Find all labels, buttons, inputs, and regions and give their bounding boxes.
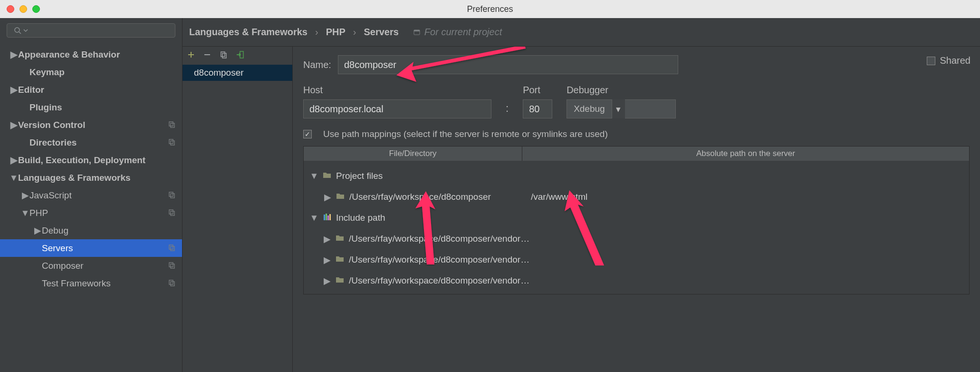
port-label: Port	[523, 85, 552, 96]
svg-rect-12	[169, 263, 173, 267]
sidebar-item-label: Build, Execution, Deployment	[18, 155, 145, 166]
svg-rect-7	[171, 194, 174, 198]
breadcrumb-part[interactable]: Servers	[364, 27, 398, 38]
svg-rect-22	[222, 53, 226, 58]
table-group-row[interactable]: ▼Project files	[307, 166, 969, 186]
sidebar-item-servers[interactable]: Servers	[0, 239, 182, 257]
breadcrumb: Languages & Frameworks › PHP › Servers F…	[183, 18, 980, 47]
sidebar-item-directories[interactable]: Directories	[0, 134, 182, 151]
chevron-right-icon: ▶	[324, 192, 331, 203]
port-field[interactable]	[523, 99, 552, 118]
svg-rect-9	[171, 211, 174, 215]
host-field[interactable]	[303, 99, 491, 118]
sidebar-item-label: Servers	[42, 243, 73, 254]
search-icon	[14, 27, 21, 34]
sidebar-item-appearance-behavior[interactable]: ▶Appearance & Behavior	[0, 46, 182, 63]
import-icon[interactable]	[236, 50, 244, 61]
sidebar-item-label: PHP	[29, 208, 48, 218]
col-abs[interactable]: Absolute path on the server	[522, 147, 969, 161]
close-window-button[interactable]	[7, 5, 14, 13]
table-row[interactable]: ▶/Users/rfay/workspace/d8composer/vendor…	[307, 249, 969, 270]
debugger-select[interactable]: Xdebug ▾	[567, 99, 676, 118]
sidebar-item-editor[interactable]: ▶Editor	[0, 81, 182, 98]
name-field[interactable]	[338, 55, 678, 74]
svg-rect-11	[171, 246, 174, 251]
chevron-down-icon: ▼	[310, 213, 318, 223]
folder-icon	[336, 234, 344, 244]
chevron-down-icon	[23, 28, 28, 33]
path-local: /Users/rfay/workspace/d8composer	[349, 192, 491, 202]
remove-icon[interactable]	[203, 50, 211, 61]
sidebar-item-composer[interactable]: Composer	[0, 257, 182, 274]
project-scope-icon	[168, 190, 175, 201]
copy-icon[interactable]	[220, 50, 227, 61]
window-title: Preferences	[467, 4, 513, 14]
search-input[interactable]	[7, 23, 175, 38]
svg-rect-27	[329, 214, 331, 220]
sidebar-item-javascript[interactable]: ▶JavaScript	[0, 186, 182, 204]
table-row[interactable]: ▶/Users/rfay/workspace/d8composer/vendor…	[307, 270, 969, 291]
project-scope-icon	[168, 137, 175, 148]
project-scope-icon	[168, 208, 175, 218]
sidebar-item-debug[interactable]: ▶Debug	[0, 222, 182, 239]
sidebar-item-version-control[interactable]: ▶Version Control	[0, 116, 182, 134]
svg-rect-15	[171, 282, 174, 286]
col-file[interactable]: File/Directory	[304, 147, 522, 161]
sidebar-item-label: Version Control	[18, 120, 85, 130]
zoom-window-button[interactable]	[32, 5, 40, 13]
group-label: Project files	[336, 171, 383, 181]
server-list-toolbar	[183, 47, 292, 65]
path-local: /Users/rfay/workspace/d8composer/vendor…	[349, 255, 529, 265]
folder-icon	[336, 255, 344, 265]
svg-rect-10	[169, 245, 173, 249]
chevron-right-icon: ›	[315, 27, 318, 38]
breadcrumb-part[interactable]: PHP	[326, 27, 346, 38]
svg-rect-13	[171, 264, 174, 268]
project-icon	[413, 29, 421, 36]
pathmap-checkbox[interactable]: ✓	[303, 130, 312, 138]
svg-rect-5	[171, 141, 174, 145]
sidebar-item-languages-frameworks[interactable]: ▼Languages & Frameworks	[0, 169, 182, 186]
chevron-right-icon: ▶	[10, 155, 18, 166]
pathmap-label: Use path mappings (select if the server …	[323, 129, 608, 139]
sidebar-item-build-execution-deployment[interactable]: ▶Build, Execution, Deployment	[0, 151, 182, 169]
project-scope-icon	[168, 243, 175, 254]
shared-checkbox[interactable]: Shared	[927, 55, 971, 66]
include-path-icon	[323, 213, 331, 224]
chevron-right-icon: ▶	[324, 234, 331, 245]
sidebar-item-label: Directories	[29, 137, 77, 148]
path-server[interactable]: /var/www/html	[526, 192, 969, 202]
chevron-right-icon: ▶	[10, 119, 18, 130]
svg-rect-24	[324, 215, 325, 220]
server-list-column: d8composer	[183, 47, 293, 372]
folder-icon	[336, 275, 344, 286]
sidebar-item-label: Editor	[18, 85, 44, 95]
minimize-window-button[interactable]	[19, 5, 27, 13]
sidebar-item-label: Languages & Frameworks	[18, 173, 131, 183]
breadcrumb-part[interactable]: Languages & Frameworks	[189, 27, 307, 38]
scope-badge: For current project	[413, 27, 502, 38]
server-list-item[interactable]: d8composer	[183, 65, 292, 81]
sidebar-item-php[interactable]: ▼PHP	[0, 204, 182, 222]
chevron-right-icon: ▶	[324, 255, 331, 265]
sidebar-item-plugins[interactable]: Plugins	[0, 98, 182, 116]
debugger-label: Debugger	[567, 85, 676, 96]
sidebar-item-test-frameworks[interactable]: Test Frameworks	[0, 274, 182, 292]
chevron-down-icon: ▼	[310, 171, 318, 181]
table-group-row[interactable]: ▼Include path	[307, 207, 969, 228]
sidebar-item-label: JavaScript	[29, 190, 72, 201]
preferences-sidebar: ▶Appearance & BehaviorKeymap▶EditorPlugi…	[0, 18, 183, 372]
table-row[interactable]: ▶/Users/rfay/workspace/d8composer/var/ww…	[307, 186, 969, 207]
chevron-right-icon: ▶	[21, 190, 29, 201]
sidebar-item-label: Plugins	[29, 102, 62, 113]
path-mapping-table: File/Directory Absolute path on the serv…	[303, 146, 970, 294]
preferences-tree: ▶Appearance & BehaviorKeymap▶EditorPlugi…	[0, 43, 182, 372]
path-local: /Users/rfay/workspace/d8composer/vendor…	[349, 275, 529, 286]
project-scope-icon	[168, 120, 175, 130]
table-row[interactable]: ▶/Users/rfay/workspace/d8composer/vendor…	[307, 228, 969, 249]
sidebar-item-keymap[interactable]: Keymap	[0, 63, 182, 81]
checkbox-icon	[927, 57, 935, 65]
table-header: File/Directory Absolute path on the serv…	[304, 147, 969, 161]
colon-separator: :	[506, 102, 509, 118]
add-icon[interactable]	[187, 50, 195, 61]
